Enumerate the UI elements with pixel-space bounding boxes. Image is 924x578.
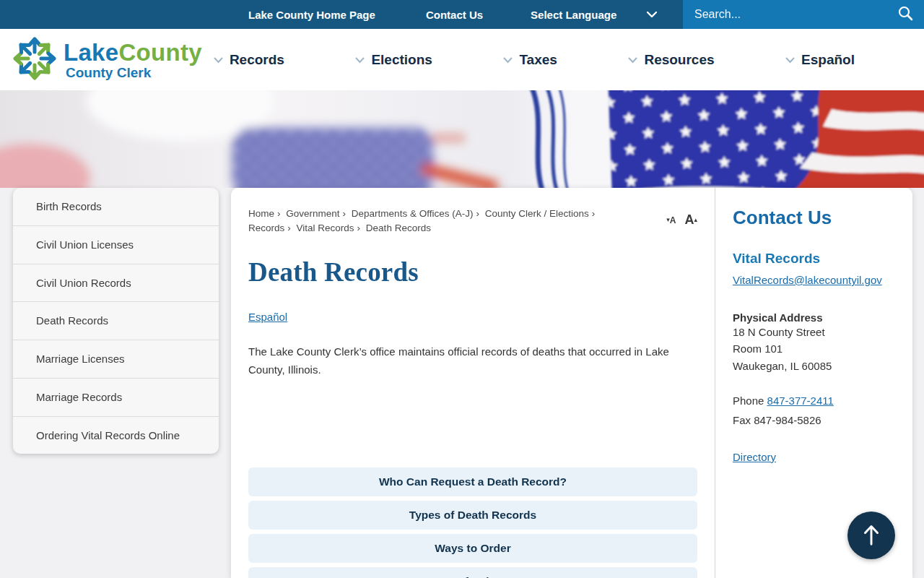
search-icon [897,5,914,25]
accordion-who-can-request[interactable]: Who Can Request a Death Record? [248,467,697,496]
increase-font-button[interactable]: A▴ [684,212,697,228]
logo-word-lake: Lake [64,39,118,66]
main-panel: Home› Government› Departments & Offices … [231,188,912,578]
nav-item-espanol[interactable]: Español [785,52,855,68]
breadcrumb: Home› Government› Departments & Offices … [248,207,638,236]
fax-row: Fax 847-984-5826 [733,414,899,426]
contact-heading: Contact Us [733,207,899,229]
starburst-logo-icon [12,35,58,85]
fax-number: 847-984-5826 [754,414,821,426]
chevron-down-icon [355,53,365,66]
utility-bar: Lake County Home Page Contact Us Select … [0,0,924,29]
sidebar-item-ordering-vital-records-online[interactable]: Ordering Vital Records Online [13,416,219,454]
breadcrumb-vital-records[interactable]: Vital Records [297,223,354,233]
nav-item-elections[interactable]: Elections [355,52,432,68]
accordion-ways-to-order[interactable]: Ways to Order [248,534,697,563]
chevron-down-icon [503,53,513,66]
breadcrumb-government[interactable]: Government [286,208,339,219]
phone-row: Phone 847-377-2411 [733,394,899,407]
home-page-link[interactable]: Lake County Home Page [248,9,375,21]
logo-subtitle: County Clerk [66,66,202,79]
sidebar-item-civil-union-licenses[interactable]: Civil Union Licenses [13,225,219,264]
language-selector[interactable]: Select Language [531,9,657,21]
primary-nav: Records Elections Taxes Resources Españo… [214,52,855,68]
address-room: Room 101 [733,340,899,357]
physical-address-label: Physical Address [733,311,899,324]
phone-link[interactable]: 847-377-2411 [767,394,834,407]
sidebar-item-birth-records[interactable]: Birth Records [13,188,219,225]
site-header: LakeCounty County Clerk Records Election… [0,29,924,90]
sidebar-item-death-records[interactable]: Death Records [13,301,219,340]
main-column: Home› Government› Departments & Offices … [231,188,715,578]
address-city: Waukegan, IL 60085 [733,358,899,374]
espanol-link[interactable]: Español [248,311,287,323]
contact-department: Vital Records [733,251,899,267]
accordion-refunds[interactable]: Refunds [248,567,697,578]
font-size-controls: ▾A A▴ [666,212,697,228]
language-selector-label: Select Language [531,9,616,21]
breadcrumb-departments[interactable]: Departments & Offices (A-J) [352,208,474,219]
page-title: Death Records [248,256,697,288]
decrease-font-button[interactable]: ▾A [666,215,676,225]
vital-records-menu: Birth Records Civil Union Licenses Civil… [13,188,219,454]
intro-paragraph: The Lake County Clerk’s office maintains… [248,342,697,379]
sidebar-item-marriage-licenses[interactable]: Marriage Licenses [13,340,219,378]
nav-item-records[interactable]: Records [214,52,284,68]
chevron-down-icon [647,12,657,18]
hero-flag-image [0,90,924,188]
arrow-up-icon [860,522,882,549]
search-button[interactable] [897,5,914,25]
chevron-down-icon [628,53,637,66]
email-link[interactable]: VitalRecords@lakecountyil.gov [733,274,882,286]
chevron-down-icon [214,53,223,66]
breadcrumb-county-clerk-elections[interactable]: County Clerk / Elections [485,208,589,219]
breadcrumb-current-page: Death Records [366,223,431,233]
chevron-down-icon [785,53,795,66]
contact-us-link[interactable]: Contact Us [426,9,483,21]
accordion-types-of-death-records[interactable]: Types of Death Records [248,501,697,530]
accordion-list: Who Can Request a Death Record? Types of… [248,467,697,578]
scroll-to-top-button[interactable] [847,512,895,559]
nav-item-taxes[interactable]: Taxes [503,52,557,68]
breadcrumb-home[interactable]: Home [248,208,274,219]
logo-word-county: County [118,39,201,66]
site-logo[interactable]: LakeCounty County Clerk [12,35,202,85]
triangle-up-icon: ▴ [694,217,697,223]
page-content: Birth Records Civil Union Licenses Civil… [0,188,924,578]
search-input[interactable] [694,8,897,21]
sidebar-item-marriage-records[interactable]: Marriage Records [13,378,219,416]
directory-link[interactable]: Directory [733,451,776,463]
logo-text: LakeCounty County Clerk [64,40,202,79]
breadcrumb-records[interactable]: Records [248,223,284,233]
address-street: 18 N County Street [733,324,899,340]
sidebar-item-civil-union-records[interactable]: Civil Union Records [13,264,219,302]
nav-item-resources[interactable]: Resources [628,52,714,68]
search-bar [683,0,924,29]
